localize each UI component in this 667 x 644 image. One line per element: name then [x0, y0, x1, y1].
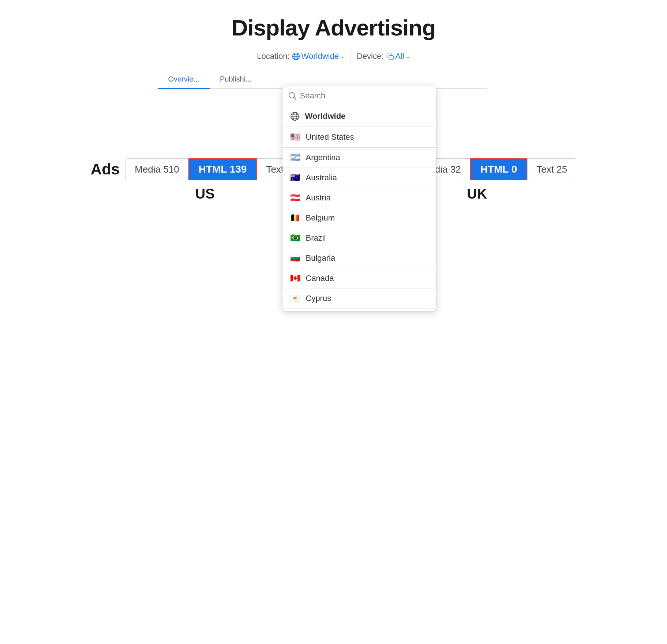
device-chevron: ⌄: [406, 53, 410, 59]
ads-label-us: Ads: [91, 161, 120, 178]
search-icon: [288, 92, 296, 100]
flag-au: 🇦🇺: [290, 174, 301, 181]
device-value-button[interactable]: All ⌄: [386, 52, 410, 61]
location-dropdown: Worldwide 🇺🇸 United States 🇦🇷 Argentina …: [282, 86, 436, 311]
tabs-and-dropdown: Overvie... Publishi...: [158, 71, 509, 89]
dropdown-item-be[interactable]: 🇧🇪 Belgium: [282, 208, 436, 228]
us-label: United States: [306, 132, 354, 142]
ca-label: Canada: [306, 274, 334, 283]
flag-cy: 🇨🇾: [290, 295, 301, 302]
dropdown-item-br[interactable]: 🇧🇷 Brazil: [282, 228, 436, 248]
flag-bg: 🇧🇬: [290, 255, 301, 262]
flag-ca: 🇨🇦: [290, 275, 301, 282]
device-text: All: [395, 52, 404, 61]
search-input[interactable]: [300, 91, 430, 101]
ads-tab-us-html[interactable]: HTML 139: [188, 158, 257, 180]
ar-label: Argentina: [306, 153, 340, 162]
page-title: Display Advertising: [232, 15, 436, 41]
flag-at: 🇦🇹: [290, 194, 301, 202]
device-label: Device:: [357, 52, 383, 61]
flag-ar: 🇦🇷: [290, 154, 301, 161]
svg-line-8: [294, 98, 296, 100]
flag-br: 🇧🇷: [290, 234, 301, 242]
ads-tab-us-media[interactable]: Media 510: [125, 158, 188, 180]
bg-label: Bulgaria: [306, 253, 336, 263]
device-icon: [386, 53, 394, 60]
at-label: Austria: [306, 193, 331, 203]
ads-tab-uk-text[interactable]: Text 25: [527, 158, 576, 180]
tab-overview[interactable]: Overvie...: [158, 71, 210, 89]
search-box: [282, 86, 436, 106]
filter-bar: Location: Worldwide ⌄ Device:: [251, 49, 416, 63]
page-container: Display Advertising Location: Worldwide …: [0, 0, 667, 202]
flag-us: 🇺🇸: [290, 133, 301, 141]
region-label-us: US: [195, 186, 215, 202]
device-filter: Device: All ⌄: [351, 49, 416, 63]
dropdown-list: Worldwide 🇺🇸 United States 🇦🇷 Argentina …: [282, 106, 436, 311]
svg-rect-6: [389, 56, 393, 59]
location-value-button[interactable]: Worldwide ⌄: [292, 52, 345, 61]
flag-be: 🇧🇪: [290, 214, 301, 222]
dropdown-item-ca[interactable]: 🇨🇦 Canada: [282, 268, 436, 289]
ads-tabs-uk: Media 32 HTML 0 Text 25: [413, 158, 576, 180]
dropdown-item-at[interactable]: 🇦🇹 Austria: [282, 188, 436, 208]
location-filter: Location: Worldwide ⌄: [251, 49, 351, 63]
ads-tab-uk-html[interactable]: HTML 0: [470, 158, 528, 180]
location-label: Location:: [257, 52, 289, 61]
au-label: Australia: [306, 173, 337, 182]
region-label-uk: UK: [467, 186, 487, 202]
globe-icon: [292, 52, 300, 60]
dropdown-item-au[interactable]: 🇦🇺 Australia: [282, 168, 436, 188]
be-label: Belgium: [306, 213, 335, 223]
tab-publishers[interactable]: Publishi...: [210, 71, 262, 88]
dropdown-item-us[interactable]: 🇺🇸 United States: [282, 127, 436, 148]
dropdown-item-cz[interactable]: 🇨🇿 Czech Republic: [282, 309, 436, 311]
worldwide-label: Worldwide: [305, 112, 346, 121]
dropdown-item-cy[interactable]: 🇨🇾 Cyprus: [282, 289, 436, 309]
dropdown-item-bg[interactable]: 🇧🇬 Bulgaria: [282, 248, 436, 268]
br-label: Brazil: [306, 233, 326, 243]
cy-label: Cyprus: [306, 294, 331, 303]
dropdown-item-worldwide[interactable]: Worldwide: [282, 106, 436, 127]
dropdown-item-ar[interactable]: 🇦🇷 Argentina: [282, 148, 436, 168]
globe-dropdown-icon: [290, 111, 300, 121]
location-text: Worldwide: [301, 52, 339, 61]
location-chevron: ⌄: [340, 53, 345, 59]
